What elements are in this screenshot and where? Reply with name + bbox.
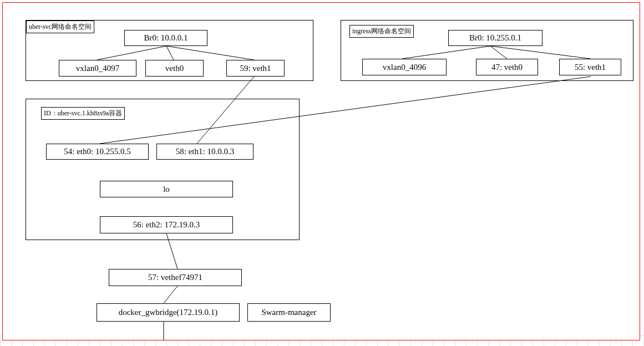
- docker-gwbridge: docker_gwbridge(172.19.0.1): [97, 303, 240, 322]
- ingress-veth1: 55: veth1: [559, 59, 621, 75]
- container-id-label: ID：uber-svc.1.kh8zs9a容器: [41, 107, 125, 120]
- uber-svc-veth0: veth0: [145, 60, 204, 77]
- container-eth2: 56: eth2: 172.19.0.3: [100, 216, 233, 233]
- diagram-canvas: uber-svc网络命名空间 Br0: 10.0.0.1 vxlan0_4097…: [0, 0, 644, 346]
- container-eth1: 58: eth1: 10.0.0.3: [156, 144, 253, 160]
- ingress-br0: Br0: 10.255.0.1: [448, 30, 542, 46]
- uber-svc-vxlan: vxlan0_4097: [59, 60, 136, 77]
- uber-svc-veth1: 59: veth1: [226, 60, 285, 77]
- uber-svc-br0: Br0: 10.0.0.1: [124, 30, 207, 46]
- ingress-vxlan: vxlan0_4096: [362, 59, 447, 75]
- swarm-manager: Swarm-manager: [247, 303, 331, 322]
- ingress-veth0: 47: veth0: [476, 59, 538, 75]
- host-veth: 57: vethef74971: [109, 269, 242, 286]
- ingress-namespace-title: ingress网络命名空间: [349, 25, 414, 38]
- container-eth0: 54: eth0: 10.255.0.5: [46, 144, 149, 160]
- uber-svc-namespace-title: uber-svc网络命名空间: [26, 21, 94, 33]
- container-lo: lo: [100, 181, 233, 197]
